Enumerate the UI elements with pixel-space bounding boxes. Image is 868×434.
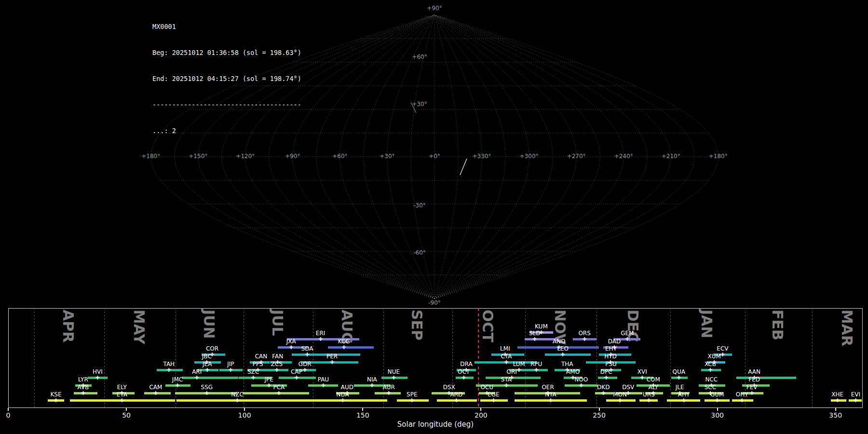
shower-peak-marker: + [344,389,350,397]
shower-peak-marker: + [720,350,725,359]
x-axis-tick-label: 250 [588,411,611,419]
shower-peak-marker: + [119,396,124,405]
x-axis-tick-label: 200 [469,411,492,419]
shower-peak-marker: + [624,335,630,343]
longitude-label: +60° [329,153,351,160]
shower-peak-marker: + [386,389,392,397]
begin-time-line: Beg: 20251012 01:36:58 (sol = 198.63°) [152,48,301,57]
shower-peak-marker: + [409,396,415,405]
shower-peak-marker: + [579,381,584,390]
shower-bar [545,353,591,356]
shower-peak-marker: + [235,396,240,405]
meteor-count-line: ...: 2 [152,126,301,135]
shower-peak-marker: + [194,373,200,382]
shower-bar [292,353,361,356]
shower-peak-marker: + [321,381,326,390]
shower-peak-marker: + [329,358,335,366]
shower-peak-marker: + [454,396,459,405]
shower-peak-marker: + [646,396,651,405]
shower-peak-marker: + [604,373,609,382]
x-axis-tick-label: 100 [233,411,256,419]
shower-peak-marker: + [484,389,489,397]
month-boundary-gridline [313,308,313,408]
shower-peak-marker: + [341,343,347,352]
month-label: JUN [201,310,217,339]
x-axis-tick-label: 150 [351,411,374,419]
shower-peak-marker: + [175,381,180,390]
longitude-label: +240° [613,153,634,160]
shower-peak-marker: + [276,389,282,397]
shower-peak-marker: + [95,373,100,382]
shower-bar [328,346,374,349]
station-id: MX0001 [152,22,301,31]
month-label: JAN [698,310,715,339]
month-label: MAY [131,310,148,344]
month-label: SEP [408,310,425,340]
shower-peak-marker: + [302,366,308,374]
shower-peak-marker: + [251,373,256,382]
month-label: OCT [479,310,496,342]
longitude-label: +210° [660,153,681,160]
shower-peak-marker: + [853,396,858,405]
longitude-label: +330° [471,153,492,160]
x-axis-tick [599,408,600,411]
meteor-trail [460,159,467,175]
latitude-label: +60° [407,54,432,60]
longitude-label: +120° [235,153,256,160]
shower-peak-marker: + [153,389,158,397]
shower-peak-marker: + [681,396,687,405]
x-axis-tick [835,408,836,411]
shower-peak-marker: + [447,389,452,397]
shower-peak-marker: + [676,373,681,382]
shower-peak-marker: + [539,328,544,337]
shower-peak-marker: + [54,396,59,405]
x-axis-tick [244,408,245,411]
x-axis-tick-label: 300 [706,411,729,419]
shower-peak-marker: + [715,396,720,405]
observation-info: MX0001 Beg: 20251012 01:36:58 (sol = 198… [152,5,301,152]
shower-peak-marker: + [548,396,554,405]
shower-peak-marker: + [534,366,539,374]
end-time-line: End: 20251012 04:15:27 (sol = 198.74°) [152,74,301,83]
pole-label-south: -90° [415,299,454,306]
shower-peak-marker: + [639,373,645,382]
shower-peak-marker: + [565,366,570,374]
shower-peak-marker: + [318,335,323,343]
longitude-label: +300° [518,153,540,160]
shower-peak-marker: + [651,389,656,397]
pole-label-north: +90° [415,5,454,12]
shower-peak-marker: + [491,396,496,405]
shower-peak-marker: + [749,389,755,397]
shower-peak-marker: + [204,389,209,397]
shower-peak-marker: + [266,381,271,390]
month-label: APR [60,310,77,342]
x-axis-tick [717,408,718,411]
month-boundary-gridline [812,308,813,408]
x-axis-tick [480,408,481,411]
shower-peak-marker: + [625,389,631,397]
meteor-station-screen: +90°-90°+60°+30°-30°-60°+180°+150°+120°+… [0,0,868,434]
shower-peak-marker: + [228,366,233,374]
shower-peak-marker: + [739,396,745,405]
shower-peak-marker: + [503,358,509,366]
x-axis-tick-label: 50 [115,411,138,419]
shower-peak-marker: + [340,396,345,405]
x-axis-tick-label: 350 [824,411,847,419]
longitude-label: +150° [188,153,209,160]
shower-peak-marker: + [509,373,515,382]
longitude-label: +270° [566,153,587,160]
month-label: FEB [769,310,786,340]
x-axis-tick-label: 0 [0,411,20,419]
longitude-label: +0° [424,153,445,160]
shower-peak-marker: + [617,396,623,405]
shower-peak-marker: + [707,366,713,374]
longitude-label: +90° [282,153,303,160]
x-axis-tick [362,408,363,411]
shower-peak-marker: + [255,366,260,374]
x-axis-tick [126,408,127,411]
separator-line: -------------------------------------- [152,100,301,109]
shower-peak-marker: + [294,373,299,382]
shower-bar [182,377,239,379]
shower-peak-marker: + [210,350,215,359]
month-label: JUL [269,310,286,336]
